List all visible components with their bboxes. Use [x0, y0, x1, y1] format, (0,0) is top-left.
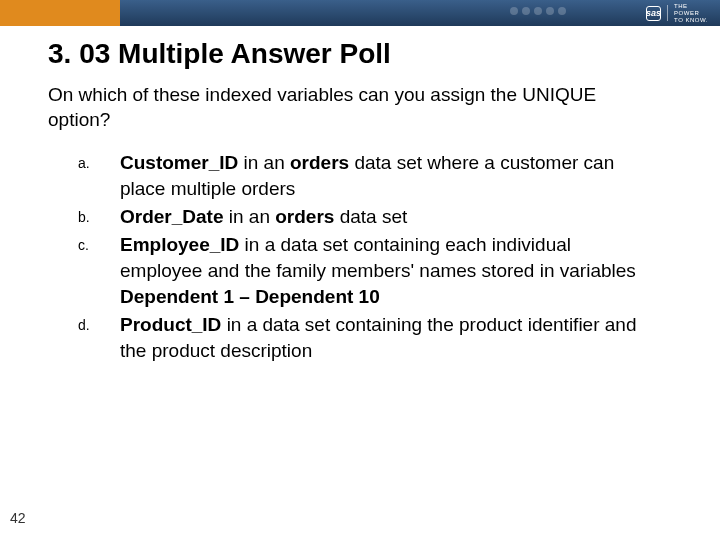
dot-icon: [510, 7, 518, 15]
answer-text: Order_Date in an orders data set: [120, 204, 638, 230]
answer-letter: a.: [78, 150, 120, 202]
answer-list: a. Customer_ID in an orders data set whe…: [78, 150, 638, 366]
sas-logo-icon: sas: [646, 6, 661, 21]
tagline-line: TO KNOW.: [674, 17, 708, 24]
dot-icon: [546, 7, 554, 15]
tagline-line: POWER: [674, 10, 708, 17]
answer-text: Product_ID in a data set containing the …: [120, 312, 638, 364]
dot-icon: [558, 7, 566, 15]
slide: sas THE POWER TO KNOW. 3. 03 Multiple An…: [0, 0, 720, 540]
page-number: 42: [10, 510, 26, 526]
decorative-dots: [510, 7, 566, 15]
answer-letter: b.: [78, 204, 120, 230]
top-bar: sas THE POWER TO KNOW.: [0, 0, 720, 26]
tagline-line: THE: [674, 3, 708, 10]
slide-title: 3. 03 Multiple Answer Poll: [48, 38, 391, 70]
divider-icon: [667, 5, 668, 21]
answer-item-c: c. Employee_ID in a data set containing …: [78, 232, 638, 310]
dot-icon: [522, 7, 530, 15]
question-text: On which of these indexed variables can …: [48, 82, 648, 132]
answer-item-a: a. Customer_ID in an orders data set whe…: [78, 150, 638, 202]
brand-area: sas THE POWER TO KNOW.: [646, 0, 708, 26]
answer-text: Employee_ID in a data set containing eac…: [120, 232, 638, 310]
answer-item-b: b. Order_Date in an orders data set: [78, 204, 638, 230]
answer-text: Customer_ID in an orders data set where …: [120, 150, 638, 202]
answer-letter: d.: [78, 312, 120, 364]
dot-icon: [534, 7, 542, 15]
sas-logo-text: sas: [646, 6, 661, 21]
accent-block: [0, 0, 120, 26]
brand-tagline: THE POWER TO KNOW.: [674, 3, 708, 24]
answer-item-d: d. Product_ID in a data set containing t…: [78, 312, 638, 364]
answer-letter: c.: [78, 232, 120, 310]
